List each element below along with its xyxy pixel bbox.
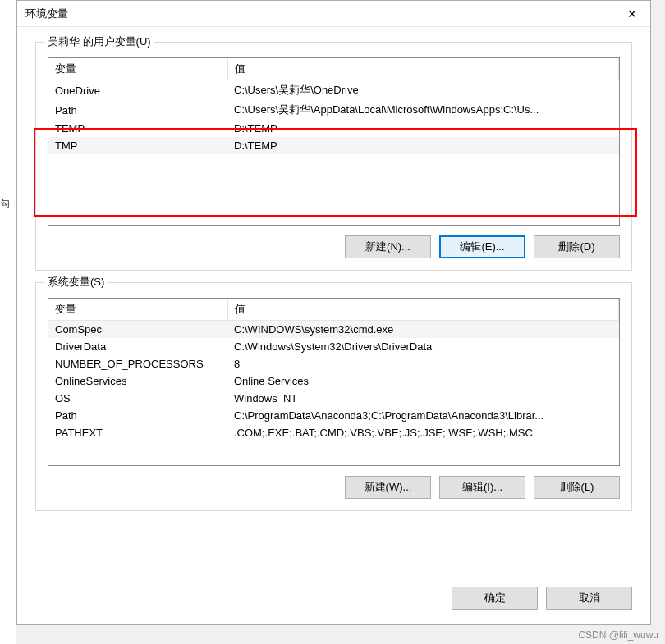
- cell-var: OS: [48, 390, 227, 407]
- cell-var: Path: [48, 407, 227, 424]
- background-left-edge: 勾: [0, 0, 16, 644]
- system-button-row: 新建(W)... 编辑(I)... 删除(L): [48, 476, 620, 499]
- cancel-button[interactable]: 取消: [546, 587, 632, 610]
- table-row[interactable]: OneDriveC:\Users\吴莉华\OneDrive: [48, 80, 619, 101]
- table-row[interactable]: NUMBER_OF_PROCESSORS8: [48, 355, 619, 372]
- cell-var: TEMP: [48, 120, 227, 137]
- watermark-text: CSDN @lili_wuwu: [578, 629, 658, 641]
- user-col-var[interactable]: 变量: [48, 58, 227, 80]
- table-row[interactable]: ComSpecC:\WINDOWS\system32\cmd.exe: [48, 321, 619, 339]
- table-row[interactable]: OSWindows_NT: [48, 390, 619, 407]
- cell-val: Online Services: [227, 372, 619, 390]
- cell-var: TMP: [48, 137, 227, 154]
- cell-val: C:\Users\吴莉华\AppData\Local\Microsoft\Win…: [227, 100, 619, 120]
- table-row[interactable]: TMPD:\TEMP: [48, 137, 619, 154]
- dialog-footer: 确定 取消: [17, 578, 650, 624]
- cell-var: ComSpec: [48, 321, 227, 339]
- sys-edit-button[interactable]: 编辑(I)...: [439, 476, 525, 499]
- system-vars-table[interactable]: 变量 值 ComSpecC:\WINDOWS\system32\cmd.exeD…: [48, 298, 620, 466]
- cell-var: OnlineServices: [48, 372, 227, 390]
- sys-new-button[interactable]: 新建(W)...: [345, 476, 431, 499]
- user-button-row: 新建(N)... 编辑(E)... 删除(D): [48, 235, 620, 258]
- user-vars-group: 吴莉华 的用户变量(U) 变量 值 OneDriveC:\Users\吴莉华\O…: [35, 42, 632, 271]
- cell-val: C:\WINDOWS\system32\cmd.exe: [227, 321, 619, 339]
- close-icon: ✕: [627, 7, 637, 21]
- user-vars-label: 吴莉华 的用户变量(U): [44, 34, 154, 49]
- window-title: 环境变量: [25, 7, 68, 21]
- table-row[interactable]: TEMPD:\TEMP: [48, 120, 619, 137]
- table-row[interactable]: PathC:\Users\吴莉华\AppData\Local\Microsoft…: [48, 100, 619, 120]
- cell-val: .COM;.EXE;.BAT;.CMD;.VBS;.VBE;.JS;.JSE;.…: [227, 424, 619, 441]
- sys-col-var[interactable]: 变量: [48, 299, 227, 321]
- user-edit-button[interactable]: 编辑(E)...: [439, 235, 525, 258]
- titlebar: 环境变量 ✕: [17, 1, 650, 27]
- cell-val: D:\TEMP: [227, 120, 619, 137]
- cell-var: PATHEXT: [48, 424, 227, 441]
- table-row[interactable]: OnlineServicesOnline Services: [48, 372, 619, 390]
- cell-val: 8: [227, 355, 619, 372]
- cell-var: DriverData: [48, 338, 227, 355]
- close-button[interactable]: ✕: [613, 1, 650, 27]
- ok-button[interactable]: 确定: [452, 587, 538, 610]
- cell-var: Path: [48, 100, 227, 120]
- sys-delete-button[interactable]: 删除(L): [534, 476, 620, 499]
- user-col-val[interactable]: 值: [227, 58, 619, 80]
- system-vars-label: 系统变量(S): [44, 275, 108, 290]
- table-row[interactable]: PATHEXT.COM;.EXE;.BAT;.CMD;.VBS;.VBE;.JS…: [48, 424, 619, 441]
- cell-val: C:\ProgramData\Anaconda3;C:\ProgramData\…: [227, 407, 619, 424]
- user-vars-table[interactable]: 变量 值 OneDriveC:\Users\吴莉华\OneDrivePathC:…: [48, 57, 620, 226]
- cell-val: Windows_NT: [227, 390, 619, 407]
- env-vars-dialog: 环境变量 ✕ 吴莉华 的用户变量(U) 变量 值 OneDriveC:\User…: [16, 0, 651, 625]
- sys-col-val[interactable]: 值: [227, 299, 619, 321]
- cell-var: OneDrive: [48, 80, 227, 101]
- cell-val: C:\Users\吴莉华\OneDrive: [227, 80, 619, 101]
- user-delete-button[interactable]: 删除(D): [534, 235, 620, 258]
- dialog-content: 吴莉华 的用户变量(U) 变量 值 OneDriveC:\Users\吴莉华\O…: [17, 27, 650, 578]
- table-row[interactable]: PathC:\ProgramData\Anaconda3;C:\ProgramD…: [48, 407, 619, 424]
- user-new-button[interactable]: 新建(N)...: [345, 235, 431, 258]
- cell-var: NUMBER_OF_PROCESSORS: [48, 355, 227, 372]
- cell-val: D:\TEMP: [227, 137, 619, 154]
- system-vars-group: 系统变量(S) 变量 值 ComSpecC:\WINDOWS\system32\…: [35, 282, 632, 511]
- table-row[interactable]: DriverDataC:\Windows\System32\Drivers\Dr…: [48, 338, 619, 355]
- cell-val: C:\Windows\System32\Drivers\DriverData: [227, 338, 619, 355]
